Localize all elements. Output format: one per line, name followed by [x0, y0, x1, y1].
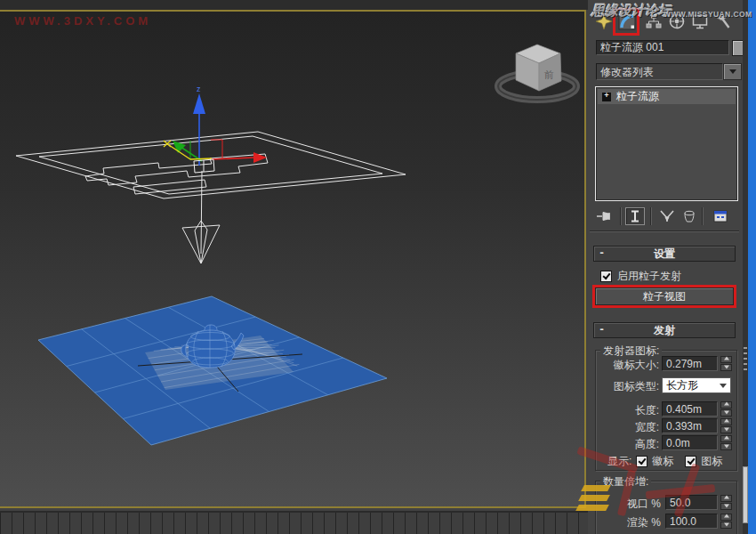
- emitter-icon-group-label: 发射器图标:: [600, 344, 662, 359]
- logo-size-field[interactable]: [662, 356, 718, 371]
- track-bar[interactable]: [0, 511, 588, 534]
- hierarchy-icon: [645, 12, 663, 30]
- pf-source-object[interactable]: [16, 132, 406, 263]
- display-logo-checkbox[interactable]: [636, 456, 647, 467]
- create-icon: [595, 12, 613, 30]
- length-label: 长度:: [593, 403, 659, 418]
- toolbar-separator: [702, 207, 703, 225]
- command-panel: 修改器列表 + 粒子流源: [588, 0, 743, 534]
- chevron-down-icon: [720, 384, 727, 392]
- display-row: 显示: 徽标 图标: [607, 454, 722, 469]
- expand-icon[interactable]: +: [602, 93, 611, 101]
- icon-type-label: 图标类型:: [593, 379, 659, 394]
- particle-view-button[interactable]: 粒子视图: [595, 287, 734, 305]
- remove-modifier-button[interactable]: [680, 207, 699, 225]
- watermark-3dxy: WWW.3DXY.COM: [14, 14, 151, 28]
- display-icon-checkbox[interactable]: [685, 456, 696, 467]
- make-unique-button[interactable]: [657, 207, 677, 225]
- tab-motion[interactable]: [666, 11, 688, 32]
- tab-display[interactable]: [689, 11, 711, 32]
- icon-type-value: 长方形: [666, 378, 698, 393]
- viewport-top-strip: [0, 0, 588, 10]
- enable-emission-label: 启用粒子发射: [617, 269, 681, 284]
- toolbar-separator: [650, 207, 651, 225]
- modify-tab-highlight: [613, 8, 639, 36]
- viewport-percent-label: 视口 %: [606, 497, 661, 512]
- height-label: 高度:: [593, 437, 659, 452]
- viewport-percent-field[interactable]: [665, 495, 718, 510]
- icon-type-dropdown[interactable]: 长方形: [662, 377, 731, 393]
- pin-stack-button[interactable]: [595, 207, 615, 225]
- viewcube[interactable]: 前: [498, 44, 576, 100]
- render-percent-field[interactable]: [665, 514, 718, 529]
- transform-gizmo[interactable]: z: [164, 85, 267, 173]
- emission-arrow: [182, 171, 220, 263]
- logo-size-spinner[interactable]: [720, 356, 732, 372]
- stack-item-label: 粒子流源: [616, 89, 659, 104]
- display-label: 显示:: [607, 454, 631, 469]
- length-spinner[interactable]: [720, 401, 732, 417]
- tab-create[interactable]: [593, 11, 615, 32]
- settings-rollout-title: 设置: [594, 247, 735, 262]
- gizmo-z-label: z: [197, 85, 201, 93]
- show-end-result-icon: [628, 209, 642, 223]
- configure-modifier-sets-icon: [712, 209, 728, 223]
- 3dsmax-window: z 前: [0, 0, 756, 534]
- utilities-icon: [714, 12, 732, 30]
- panel-divider: [590, 231, 739, 232]
- remove-modifier-icon: [682, 209, 696, 223]
- width-label: 宽度:: [593, 420, 659, 435]
- viewport-scene: z 前: [0, 12, 586, 506]
- modifier-list-dropdown[interactable]: 修改器列表: [596, 63, 723, 80]
- configure-modifier-sets-button[interactable]: [711, 207, 730, 225]
- tab-hierarchy[interactable]: [643, 11, 664, 32]
- gizmo-plane-handle[interactable]: [164, 141, 212, 159]
- display-icon-label: 图标: [701, 454, 722, 469]
- show-end-result-button[interactable]: [625, 207, 645, 225]
- right-edge-strip: [748, 0, 756, 534]
- length-field[interactable]: [662, 401, 718, 417]
- height-field[interactable]: [662, 435, 718, 450]
- width-field[interactable]: [662, 418, 718, 433]
- settings-rollout-header[interactable]: - 设置: [593, 246, 736, 262]
- stack-item-pf-source[interactable]: + 粒子流源: [598, 89, 736, 104]
- display-icon: [691, 12, 709, 30]
- gizmo-z-arrow[interactable]: [193, 93, 205, 114]
- modifier-list-dropdown-button[interactable]: [723, 63, 742, 80]
- motion-icon: [668, 12, 686, 30]
- emission-rollout-title: 发射: [594, 323, 735, 338]
- width-spinner[interactable]: [720, 418, 732, 434]
- particle-view-highlight: 粒子视图: [592, 285, 736, 308]
- object-name-field[interactable]: [596, 40, 729, 55]
- logo-size-label: 徽标大小:: [593, 358, 659, 373]
- toolbar-separator: [620, 207, 621, 225]
- viewport-percent-spinner[interactable]: [720, 495, 732, 511]
- enable-emission-checkbox[interactable]: [600, 271, 612, 282]
- render-percent-label: 渲染 %: [606, 515, 661, 530]
- panel-resize-grip[interactable]: [744, 347, 747, 370]
- make-unique-icon: [658, 209, 676, 223]
- display-logo-label: 徽标: [652, 454, 673, 469]
- pin-stack-icon: [596, 209, 614, 223]
- height-spinner[interactable]: [720, 435, 732, 451]
- chevron-down-icon: [729, 69, 736, 77]
- modifier-stack-list[interactable]: + 粒子流源: [595, 86, 738, 201]
- render-percent-spinner[interactable]: [720, 514, 732, 530]
- viewcube-front-face-label: 前: [543, 69, 554, 80]
- enable-emission-row: 启用粒子发射: [600, 269, 681, 284]
- quantity-multiplier-group-label: 数量倍增:: [600, 474, 651, 490]
- emission-rollout-header[interactable]: - 发射: [593, 322, 736, 338]
- tab-utilities[interactable]: [712, 11, 734, 32]
